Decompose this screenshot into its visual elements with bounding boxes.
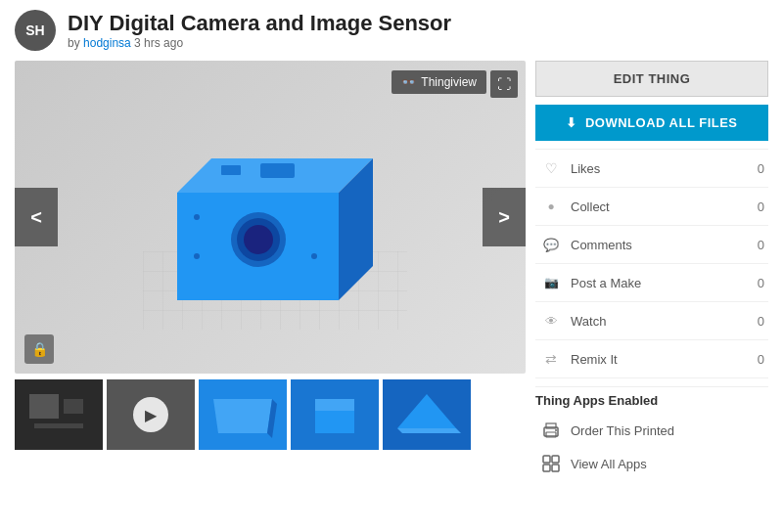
thumbnail-1[interactable] bbox=[15, 379, 103, 450]
svg-rect-10 bbox=[260, 163, 295, 178]
right-panel: EDIT THING ⬇ DOWNLOAD ALL FILES ♡ Likes … bbox=[526, 61, 768, 480]
svg-rect-32 bbox=[552, 465, 559, 471]
comments-count: 0 bbox=[758, 238, 764, 252]
fullscreen-icon: ⛶ bbox=[497, 76, 511, 92]
left-panel: 👓 Thingiview ⛶ < > 🔒 bbox=[15, 61, 526, 480]
play-icon: ▶ bbox=[133, 397, 168, 432]
svg-rect-21 bbox=[315, 399, 354, 411]
svg-point-9 bbox=[311, 253, 317, 259]
fullscreen-button[interactable]: ⛶ bbox=[490, 70, 518, 98]
download-icon: ⬇ bbox=[566, 115, 577, 130]
order-printed-label: Order This Printed bbox=[571, 423, 674, 438]
thumbnail-3[interactable] bbox=[199, 379, 287, 450]
svg-rect-15 bbox=[34, 423, 83, 428]
post-make-icon: 📷 bbox=[539, 271, 563, 294]
thumbnail-4[interactable] bbox=[291, 379, 379, 450]
subtitle: by hodginsa 3 hrs ago bbox=[68, 36, 451, 50]
action-watch[interactable]: 👁 Watch 0 bbox=[535, 302, 768, 340]
action-collect[interactable]: ● Collect 0 bbox=[535, 188, 768, 226]
post-make-label: Post a Make bbox=[571, 276, 758, 290]
action-comments[interactable]: 💬 Comments 0 bbox=[535, 226, 768, 264]
thumbnail-5[interactable] bbox=[383, 379, 471, 450]
main-content: 👓 Thingiview ⛶ < > 🔒 bbox=[0, 61, 783, 480]
camera-3d-model bbox=[123, 95, 417, 339]
action-post-make[interactable]: 📷 Post a Make 0 bbox=[535, 264, 768, 302]
svg-point-7 bbox=[194, 214, 200, 220]
thumb-svg-4 bbox=[291, 379, 379, 450]
thumb-svg-1 bbox=[15, 379, 103, 450]
download-button[interactable]: ⬇ DOWNLOAD ALL FILES bbox=[535, 105, 768, 141]
page-header: SH DIY Digital Camera and Image Sensor b… bbox=[0, 0, 783, 61]
svg-rect-13 bbox=[29, 394, 59, 419]
collect-icon: ● bbox=[539, 195, 563, 218]
apps-title: Thing Apps Enabled bbox=[535, 393, 768, 408]
remix-count: 0 bbox=[758, 352, 764, 367]
page-title: DIY Digital Camera and Image Sensor bbox=[68, 11, 451, 36]
time-ago: 3 hrs ago bbox=[134, 36, 183, 50]
svg-rect-31 bbox=[543, 465, 550, 471]
next-button[interactable]: > bbox=[483, 188, 526, 246]
svg-marker-17 bbox=[213, 399, 272, 433]
apps-icon bbox=[539, 452, 563, 475]
author-link[interactable]: hodginsa bbox=[83, 36, 131, 50]
watch-icon: 👁 bbox=[539, 309, 563, 332]
prev-icon: < bbox=[30, 206, 42, 229]
likes-count: 0 bbox=[758, 161, 764, 176]
svg-rect-29 bbox=[543, 456, 550, 463]
next-icon: > bbox=[498, 206, 510, 229]
glasses-icon: 👓 bbox=[401, 75, 416, 89]
action-remix[interactable]: ⇄ Remix It 0 bbox=[535, 340, 768, 378]
lock-button[interactable]: 🔒 bbox=[24, 334, 54, 364]
thumb-svg-3 bbox=[199, 379, 287, 450]
edit-thing-button[interactable]: EDIT THING bbox=[535, 61, 768, 97]
svg-rect-14 bbox=[64, 399, 83, 414]
thingiview-button[interactable]: 👓 Thingiview bbox=[392, 70, 486, 94]
thumb-svg-5 bbox=[383, 379, 471, 450]
svg-point-6 bbox=[244, 225, 273, 254]
view-all-apps-item[interactable]: View All Apps bbox=[535, 447, 768, 480]
thumbnail-strip: ▶ bbox=[15, 379, 526, 450]
order-printed-item[interactable]: Order This Printed bbox=[535, 414, 768, 447]
action-list: ♡ Likes 0 ● Collect 0 💬 Comments 0 📷 Pos… bbox=[535, 149, 768, 378]
remix-label: Remix It bbox=[571, 352, 758, 367]
svg-rect-30 bbox=[552, 456, 559, 463]
likes-icon: ♡ bbox=[539, 156, 563, 180]
apps-section: Thing Apps Enabled Order This Printed bbox=[535, 386, 768, 480]
printer-icon bbox=[539, 419, 563, 442]
collect-count: 0 bbox=[758, 200, 764, 214]
prev-button[interactable]: < bbox=[15, 188, 58, 246]
comments-label: Comments bbox=[571, 238, 758, 252]
collect-label: Collect bbox=[571, 200, 758, 214]
title-area: DIY Digital Camera and Image Sensor by h… bbox=[68, 11, 451, 50]
watch-label: Watch bbox=[571, 314, 758, 329]
svg-point-8 bbox=[194, 253, 200, 259]
viewer-background bbox=[15, 61, 526, 374]
view-all-apps-label: View All Apps bbox=[571, 457, 647, 471]
svg-point-28 bbox=[555, 429, 557, 431]
comments-icon: 💬 bbox=[539, 233, 563, 256]
likes-label: Likes bbox=[571, 161, 758, 176]
camera-svg bbox=[123, 95, 417, 339]
action-likes[interactable]: ♡ Likes 0 bbox=[535, 150, 768, 188]
image-viewer: 👓 Thingiview ⛶ < > 🔒 bbox=[15, 61, 526, 374]
lock-icon: 🔒 bbox=[31, 341, 48, 357]
remix-icon: ⇄ bbox=[539, 347, 563, 371]
watch-count: 0 bbox=[758, 314, 764, 329]
svg-rect-11 bbox=[221, 165, 241, 175]
site-logo: SH bbox=[15, 10, 56, 51]
svg-marker-24 bbox=[397, 428, 461, 433]
thumbnail-2[interactable]: ▶ bbox=[107, 379, 195, 450]
post-make-count: 0 bbox=[758, 276, 764, 290]
